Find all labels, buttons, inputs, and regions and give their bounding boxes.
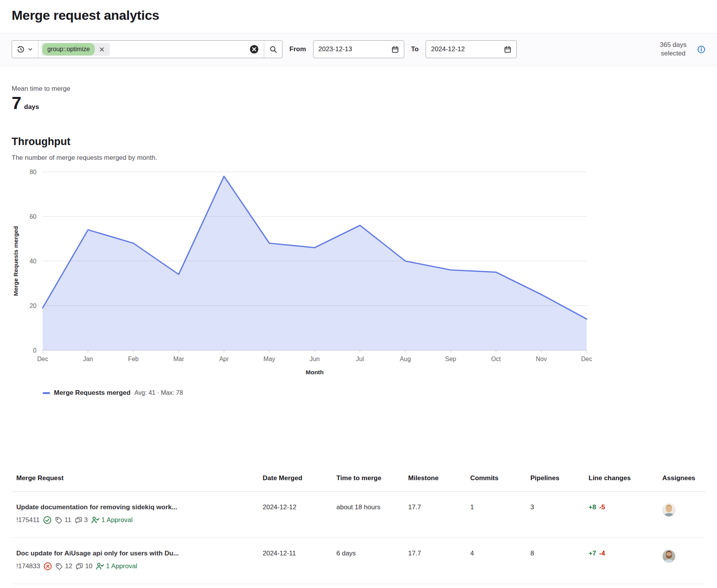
label-icon xyxy=(55,563,63,570)
approval-check-icon xyxy=(96,562,104,571)
token-remove-button[interactable] xyxy=(95,47,109,52)
col-header-milestone: Milestone xyxy=(404,470,466,491)
page-title: Merge request analytics xyxy=(12,8,705,23)
line-deletions: -4 xyxy=(599,550,605,557)
svg-text:Sep: Sep xyxy=(445,356,456,362)
line-deletions: -5 xyxy=(599,503,605,511)
throughput-heading: Throughput xyxy=(12,136,705,148)
info-icon[interactable] xyxy=(697,45,705,54)
close-icon xyxy=(99,47,105,52)
calendar-icon xyxy=(504,46,511,53)
mr-title-link[interactable]: Doc update for AiUsage api only for user… xyxy=(16,550,253,557)
table-row: Doc update for AiUsage api only for user… xyxy=(12,538,705,584)
assignee-avatar[interactable] xyxy=(662,550,675,563)
comments-icon xyxy=(75,517,82,524)
throughput-description: The number of merge requests merged by m… xyxy=(12,154,705,162)
chart-legend: Merge Requests merged Avg: 41 · Max: 78 xyxy=(43,389,705,397)
svg-text:80: 80 xyxy=(29,169,36,175)
search-icon xyxy=(270,46,277,53)
mr-date-merged: 2024-12-12 xyxy=(258,492,332,538)
svg-text:20: 20 xyxy=(29,303,36,309)
mr-approvals-link[interactable]: 1 Approval xyxy=(96,562,137,571)
col-header-assignees: Assignees xyxy=(658,470,705,491)
mr-date-merged: 2024-12-11 xyxy=(258,538,332,584)
history-dropdown-button[interactable] xyxy=(12,41,38,58)
mr-labels-count: 12 xyxy=(55,562,72,570)
svg-text:Jul: Jul xyxy=(356,356,364,362)
mr-labels-count: 11 xyxy=(55,516,71,524)
line-additions: +7 xyxy=(589,550,596,557)
mr-id: !175411 xyxy=(16,516,40,524)
throughput-chart-container: 020406080DecJanFebMarAprMayJunJulAugSepO… xyxy=(12,166,705,397)
mr-merged-icon xyxy=(43,516,52,524)
metric-value: 7 xyxy=(12,94,21,112)
svg-text:Merge Requests merged: Merge Requests merged xyxy=(12,226,19,296)
svg-text:Month: Month xyxy=(306,369,324,375)
mr-milestone: 17.7 xyxy=(404,492,466,538)
table-header-row: Merge Request Date Merged Time to merge … xyxy=(12,470,705,492)
col-header-pipelines: Pipelines xyxy=(526,470,584,491)
col-header-line-changes: Line changes xyxy=(584,470,658,491)
filter-token-label: group::optimize xyxy=(42,43,95,55)
comments-icon xyxy=(76,563,83,570)
filter-token[interactable]: group::optimize xyxy=(42,43,110,56)
svg-text:Oct: Oct xyxy=(491,356,501,362)
mean-time-to-merge-metric: Mean time to merge 7 days xyxy=(12,85,705,112)
filtered-search-input[interactable]: group::optimize xyxy=(38,41,244,58)
mr-pipelines: 3 xyxy=(526,492,584,538)
approval-check-icon xyxy=(91,516,99,524)
assignee-avatar[interactable] xyxy=(662,503,675,517)
history-icon xyxy=(17,46,24,53)
line-additions: +8 xyxy=(589,503,596,511)
filtered-search: group::optimize xyxy=(12,40,282,58)
search-button[interactable] xyxy=(264,41,282,58)
clear-search-button[interactable] xyxy=(244,41,264,58)
mr-time-to-merge: about 18 hours xyxy=(332,492,404,538)
svg-text:40: 40 xyxy=(29,258,36,265)
legend-series-stats: Avg: 41 · Max: 78 xyxy=(134,389,183,396)
svg-text:Nov: Nov xyxy=(536,356,547,362)
to-date-input[interactable]: 2024-12-12 xyxy=(426,40,517,58)
mr-closed-icon xyxy=(43,562,52,571)
to-date-value: 2024-12-12 xyxy=(431,45,465,53)
col-header-date-merged: Date Merged xyxy=(258,470,332,491)
mr-line-changes: +7-4 xyxy=(584,538,658,584)
mr-comments-count: 10 xyxy=(76,562,92,570)
svg-text:Jan: Jan xyxy=(83,356,93,362)
mr-comments-count: 3 xyxy=(75,516,88,524)
mr-commits: 4 xyxy=(466,538,526,584)
svg-text:60: 60 xyxy=(29,213,36,220)
mr-line-changes: +8-5 xyxy=(584,492,658,538)
svg-text:Aug: Aug xyxy=(400,356,410,362)
filter-bar: group::optimize xyxy=(0,33,717,66)
svg-text:Apr: Apr xyxy=(219,356,229,362)
legend-series-label: Merge Requests merged xyxy=(54,389,130,397)
mr-time-to-merge: 6 days xyxy=(332,538,404,584)
clear-circle-icon xyxy=(249,45,259,54)
from-date-input[interactable]: 2023-12-13 xyxy=(313,40,404,58)
mr-commits: 1 xyxy=(466,492,526,538)
mr-approvals-link[interactable]: 1 Approval xyxy=(91,516,132,524)
svg-text:Jun: Jun xyxy=(310,356,320,362)
mr-id: !174833 xyxy=(16,562,40,570)
throughput-chart[interactable]: 020406080DecJanFebMarAprMayJunJulAugSepO… xyxy=(12,166,705,384)
svg-text:May: May xyxy=(263,356,275,362)
svg-text:Dec: Dec xyxy=(581,356,592,362)
calendar-icon xyxy=(391,46,399,53)
days-selected-text: 365 days selected xyxy=(653,41,693,58)
mr-pipelines: 8 xyxy=(526,538,584,584)
from-label: From xyxy=(289,45,306,53)
to-label: To xyxy=(411,45,419,53)
svg-text:Dec: Dec xyxy=(37,356,48,362)
svg-text:0: 0 xyxy=(33,347,36,354)
metric-label: Mean time to merge xyxy=(12,85,705,93)
merge-request-table: Merge Request Date Merged Time to merge … xyxy=(12,470,705,584)
col-header-time-to-merge: Time to merge xyxy=(332,470,404,491)
chevron-down-icon xyxy=(28,47,33,52)
mr-title-link[interactable]: Update documentation for removing sideki… xyxy=(16,503,253,511)
svg-text:Feb: Feb xyxy=(128,356,139,362)
label-icon xyxy=(55,517,62,524)
col-header-commits: Commits xyxy=(466,470,526,491)
legend-series-marker xyxy=(43,392,50,394)
from-date-value: 2023-12-13 xyxy=(319,45,352,53)
